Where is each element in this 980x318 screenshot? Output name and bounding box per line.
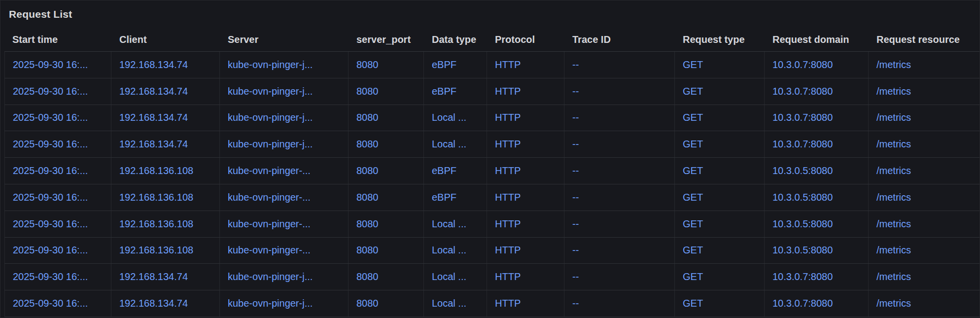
cell-link-server[interactable]: kube-ovn-pinger-j...: [228, 59, 313, 71]
column-header-start-time[interactable]: Start time: [4, 28, 111, 51]
cell-link-client[interactable]: 192.168.134.74: [119, 271, 188, 283]
column-header-server[interactable]: Server: [220, 28, 349, 51]
cell-link-data-type[interactable]: eBPF: [432, 59, 456, 71]
cell-link-server[interactable]: kube-ovn-pinger-...: [228, 165, 311, 177]
cell-link-request-type[interactable]: GET: [683, 165, 703, 177]
cell-link-data-type[interactable]: Local ...: [432, 271, 466, 283]
cell-link-server-port[interactable]: 8080: [356, 165, 379, 177]
cell-link-start-time[interactable]: 2025-09-30 16:...: [13, 165, 88, 177]
cell-link-data-type[interactable]: eBPF: [432, 86, 456, 97]
cell-link-server-port[interactable]: 8080: [356, 192, 379, 203]
cell-link-request-type[interactable]: GET: [683, 112, 703, 123]
cell-link-request-domain[interactable]: 10.3.0.7:8080: [772, 59, 833, 71]
cell-link-trace-id[interactable]: --: [572, 298, 579, 309]
cell-link-protocol[interactable]: HTTP: [495, 112, 521, 123]
cell-link-protocol[interactable]: HTTP: [495, 59, 521, 71]
column-header-request-type[interactable]: Request type: [675, 28, 765, 51]
cell-link-request-resource[interactable]: /metrics: [876, 298, 911, 309]
cell-link-server-port[interactable]: 8080: [356, 298, 379, 309]
column-header-data-type[interactable]: Data type: [424, 28, 487, 51]
cell-link-request-resource[interactable]: /metrics: [876, 112, 911, 123]
cell-link-trace-id[interactable]: --: [572, 271, 579, 283]
cell-link-start-time[interactable]: 2025-09-30 16:...: [13, 59, 88, 71]
column-header-trace-id[interactable]: Trace ID: [564, 28, 675, 51]
cell-link-server-port[interactable]: 8080: [356, 112, 379, 123]
cell-link-trace-id[interactable]: --: [572, 165, 579, 177]
cell-link-protocol[interactable]: HTTP: [495, 165, 521, 177]
cell-link-protocol[interactable]: HTTP: [495, 218, 521, 230]
cell-link-trace-id[interactable]: --: [572, 218, 579, 230]
cell-link-start-time[interactable]: 2025-09-30 16:...: [13, 192, 88, 203]
cell-link-request-type[interactable]: GET: [683, 139, 703, 150]
cell-link-trace-id[interactable]: --: [572, 192, 579, 203]
cell-link-client[interactable]: 192.168.134.74: [119, 59, 188, 71]
cell-link-server[interactable]: kube-ovn-pinger-...: [228, 192, 311, 203]
cell-link-server-port[interactable]: 8080: [356, 218, 379, 230]
cell-link-data-type[interactable]: Local ...: [432, 139, 466, 150]
cell-link-request-resource[interactable]: /metrics: [876, 192, 911, 203]
cell-link-server[interactable]: kube-ovn-pinger-j...: [228, 298, 313, 309]
cell-link-request-resource[interactable]: /metrics: [876, 271, 911, 283]
cell-link-protocol[interactable]: HTTP: [495, 139, 521, 150]
cell-link-request-domain[interactable]: 10.3.0.5:8080: [772, 192, 833, 203]
cell-link-protocol[interactable]: HTTP: [495, 298, 521, 309]
cell-link-data-type[interactable]: eBPF: [432, 165, 456, 177]
cell-link-request-type[interactable]: GET: [683, 59, 703, 71]
cell-link-data-type[interactable]: Local ...: [432, 218, 466, 230]
cell-link-request-type[interactable]: GET: [683, 298, 703, 309]
cell-link-request-type[interactable]: GET: [683, 245, 703, 256]
column-header-request-domain[interactable]: Request domain: [765, 28, 869, 51]
cell-link-trace-id[interactable]: --: [572, 59, 579, 71]
cell-link-client[interactable]: 192.168.136.108: [119, 245, 193, 256]
cell-link-trace-id[interactable]: --: [572, 139, 579, 150]
cell-link-protocol[interactable]: HTTP: [495, 86, 521, 97]
cell-link-request-resource[interactable]: /metrics: [876, 218, 911, 230]
cell-link-request-domain[interactable]: 10.3.0.7:8080: [772, 298, 833, 309]
column-header-client[interactable]: Client: [111, 28, 220, 51]
cell-link-server[interactable]: kube-ovn-pinger-j...: [228, 86, 313, 97]
cell-link-request-domain[interactable]: 10.3.0.7:8080: [772, 271, 833, 283]
cell-link-request-domain[interactable]: 10.3.0.7:8080: [772, 112, 833, 123]
cell-link-start-time[interactable]: 2025-09-30 16:...: [13, 86, 88, 97]
cell-link-trace-id[interactable]: --: [572, 245, 579, 256]
cell-link-server-port[interactable]: 8080: [356, 59, 379, 71]
cell-link-protocol[interactable]: HTTP: [495, 192, 521, 203]
cell-link-request-resource[interactable]: /metrics: [876, 86, 911, 97]
cell-link-request-domain[interactable]: 10.3.0.7:8080: [772, 86, 833, 97]
cell-link-server-port[interactable]: 8080: [356, 271, 379, 283]
cell-link-start-time[interactable]: 2025-09-30 16:...: [13, 245, 88, 256]
cell-link-request-domain[interactable]: 10.3.0.5:8080: [772, 165, 833, 177]
cell-link-server-port[interactable]: 8080: [356, 86, 379, 97]
cell-link-client[interactable]: 192.168.134.74: [119, 298, 188, 309]
cell-link-client[interactable]: 192.168.134.74: [119, 86, 188, 97]
cell-link-server[interactable]: kube-ovn-pinger-...: [228, 245, 311, 256]
cell-link-request-resource[interactable]: /metrics: [876, 245, 911, 256]
cell-link-data-type[interactable]: Local ...: [432, 298, 466, 309]
cell-link-server[interactable]: kube-ovn-pinger-j...: [228, 112, 313, 123]
cell-link-start-time[interactable]: 2025-09-30 16:...: [13, 298, 88, 309]
cell-link-data-type[interactable]: Local ...: [432, 245, 466, 256]
cell-link-client[interactable]: 192.168.136.108: [119, 218, 193, 230]
cell-link-request-resource[interactable]: /metrics: [876, 165, 911, 177]
column-header-server-port[interactable]: server_port: [349, 28, 424, 51]
cell-link-server-port[interactable]: 8080: [356, 245, 379, 256]
cell-link-start-time[interactable]: 2025-09-30 16:...: [13, 218, 88, 230]
cell-link-request-type[interactable]: GET: [683, 218, 703, 230]
cell-link-request-resource[interactable]: /metrics: [876, 139, 911, 150]
cell-link-request-domain[interactable]: 10.3.0.5:8080: [772, 218, 833, 230]
cell-link-request-type[interactable]: GET: [683, 271, 703, 283]
cell-link-start-time[interactable]: 2025-09-30 16:...: [13, 112, 88, 123]
cell-link-server[interactable]: kube-ovn-pinger-j...: [228, 271, 313, 283]
column-header-protocol[interactable]: Protocol: [487, 28, 564, 51]
cell-link-request-domain[interactable]: 10.3.0.7:8080: [772, 139, 833, 150]
cell-link-start-time[interactable]: 2025-09-30 16:...: [13, 271, 88, 283]
cell-link-protocol[interactable]: HTTP: [495, 245, 521, 256]
cell-link-protocol[interactable]: HTTP: [495, 271, 521, 283]
cell-link-request-type[interactable]: GET: [683, 192, 703, 203]
cell-link-server-port[interactable]: 8080: [356, 139, 379, 150]
cell-link-client[interactable]: 192.168.134.74: [119, 112, 188, 123]
cell-link-start-time[interactable]: 2025-09-30 16:...: [13, 139, 88, 150]
cell-link-data-type[interactable]: Local ...: [432, 112, 466, 123]
cell-link-trace-id[interactable]: --: [572, 112, 579, 123]
cell-link-request-resource[interactable]: /metrics: [876, 59, 911, 71]
